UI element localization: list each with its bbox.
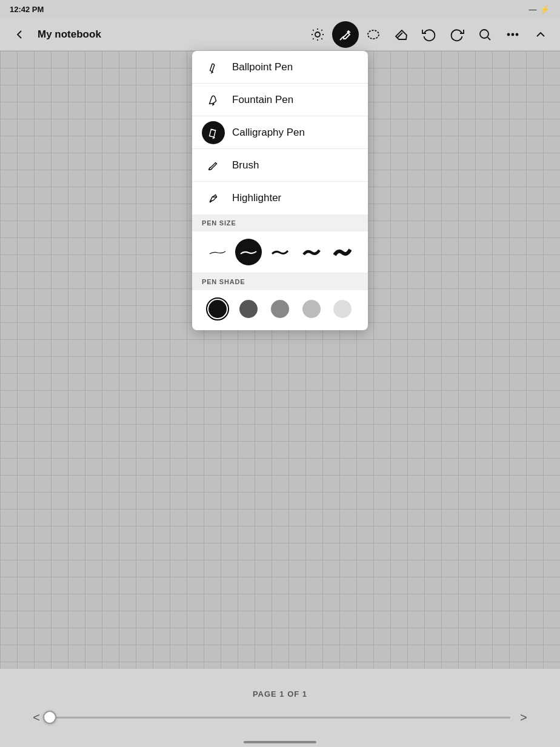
- highlighter-icon: [202, 187, 225, 210]
- prev-page-button[interactable]: <: [28, 708, 45, 727]
- pen-shade-row: [192, 290, 368, 330]
- ballpoint-label: Ballpoint Pen: [232, 61, 293, 73]
- shade-black-inner: [208, 300, 227, 318]
- svg-point-15: [508, 33, 510, 35]
- svg-point-10: [368, 30, 379, 39]
- pen-size-sm[interactable]: [235, 239, 262, 265]
- shade-gray[interactable]: [268, 297, 292, 320]
- pen-type-dropdown: Ballpoint Pen Fountain Pen Calligraphy P…: [192, 51, 368, 330]
- undo-button[interactable]: [416, 21, 442, 48]
- toolbar: My notebook: [0, 18, 560, 51]
- page-slider-thumb[interactable]: [43, 711, 56, 724]
- svg-marker-11: [396, 30, 407, 39]
- pen-type-fountain[interactable]: Fountain Pen: [192, 84, 368, 116]
- svg-point-17: [516, 33, 518, 35]
- shade-dark-gray[interactable]: [237, 297, 260, 320]
- pen-size-xl[interactable]: [329, 239, 356, 265]
- pen-type-brush[interactable]: Brush: [192, 149, 368, 182]
- pen-type-highlighter[interactable]: Highlighter: [192, 182, 368, 214]
- battery-icon: — ⚡: [528, 5, 550, 14]
- svg-line-3: [313, 30, 313, 30]
- redo-button[interactable]: [444, 21, 470, 48]
- svg-line-18: [211, 129, 215, 130]
- status-bar: 12:42 PM — ⚡: [0, 0, 560, 18]
- ballpoint-icon: [202, 56, 225, 79]
- shade-light-gray[interactable]: [300, 297, 323, 320]
- svg-point-16: [512, 33, 514, 35]
- pen-size-xs[interactable]: [204, 239, 231, 265]
- pen-shade-header: PEN SHADE: [192, 273, 368, 290]
- pen-type-ballpoint[interactable]: Ballpoint Pen: [192, 51, 368, 84]
- pen-size-row: [192, 231, 368, 273]
- pen-size-lg[interactable]: [298, 239, 325, 265]
- status-time: 12:42 PM: [10, 5, 44, 14]
- status-right: — ⚡: [528, 5, 550, 14]
- highlighter-label: Highlighter: [232, 192, 281, 204]
- shade-lightest-gray-inner: [333, 300, 352, 318]
- toolbar-right: [304, 21, 554, 48]
- svg-line-4: [321, 38, 322, 39]
- collapse-button[interactable]: [527, 21, 554, 48]
- svg-line-8: [321, 30, 322, 30]
- pen-size-md[interactable]: [267, 239, 293, 265]
- calligraphy-label: Calligraphy Pen: [232, 127, 305, 139]
- bottom-bar: PAGE 1 OF 1 < >: [0, 668, 560, 747]
- svg-line-14: [488, 37, 490, 39]
- notebook-title: My notebook: [38, 28, 101, 41]
- svg-point-13: [480, 30, 488, 38]
- brush-icon: [202, 154, 225, 177]
- back-button[interactable]: [6, 21, 33, 48]
- more-button[interactable]: [499, 21, 526, 48]
- brush-label: Brush: [232, 159, 259, 171]
- home-indicator: [244, 741, 316, 743]
- brightness-button[interactable]: [304, 21, 331, 48]
- svg-line-9: [340, 36, 344, 40]
- eraser-button[interactable]: [388, 21, 415, 48]
- shade-dark-gray-inner: [239, 300, 258, 318]
- shade-gray-inner: [271, 300, 289, 318]
- fountain-label: Fountain Pen: [232, 94, 293, 106]
- pen-type-calligraphy[interactable]: Calligraphy Pen: [192, 116, 368, 149]
- search-button[interactable]: [472, 21, 498, 48]
- lasso-button[interactable]: [360, 21, 387, 48]
- shade-lightest-gray[interactable]: [331, 297, 354, 320]
- svg-line-7: [313, 38, 313, 39]
- shade-black[interactable]: [206, 297, 229, 320]
- page-indicator: PAGE 1 OF 1: [253, 689, 307, 699]
- page-slider-track[interactable]: [50, 717, 510, 719]
- shade-light-gray-inner: [302, 300, 321, 318]
- page-navigation: < >: [28, 708, 532, 727]
- pen-size-header: PEN SIZE: [192, 214, 368, 231]
- pen-tool-button[interactable]: [332, 21, 359, 48]
- fountain-icon: [202, 88, 225, 111]
- svg-point-0: [315, 32, 320, 37]
- calligraphy-icon: [202, 121, 225, 144]
- next-page-button[interactable]: >: [515, 708, 532, 727]
- toolbar-left: My notebook: [6, 21, 302, 48]
